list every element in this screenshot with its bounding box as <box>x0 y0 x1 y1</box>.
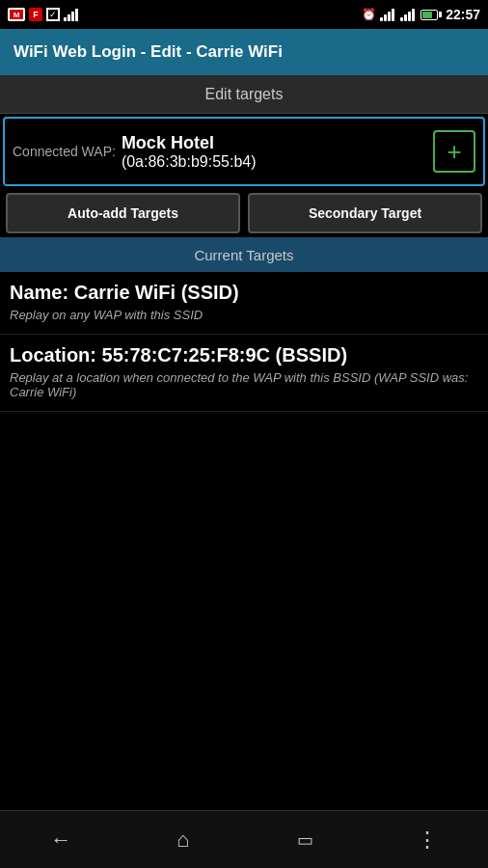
cell-signal-icon <box>400 8 415 21</box>
action-buttons: Auto-add Targets Secondary Target <box>0 189 488 237</box>
auto-add-button[interactable]: Auto-add Targets <box>6 193 240 233</box>
nav-bar: ← ⌂ ▭ ⋮ <box>0 810 488 868</box>
recents-button[interactable]: ▭ <box>276 821 334 859</box>
target-item-ssid: Name: Carrie WiFi (SSID) Replay on any W… <box>0 272 488 335</box>
wap-label: Connected WAP: <box>13 144 116 159</box>
home-icon: ⌂ <box>176 827 189 853</box>
wap-box: Connected WAP: Mock Hotel (0a:86:3b:b9:5… <box>3 117 485 186</box>
edit-targets-header: Edit targets <box>0 75 488 114</box>
home-button[interactable]: ⌂ <box>154 821 212 859</box>
wap-info: Connected WAP: Mock Hotel (0a:86:3b:b9:5… <box>13 133 425 171</box>
target-desc-ssid: Replay on any WAP with this SSID <box>10 308 478 322</box>
title-bar: WiFi Web Login - Edit - Carrie WiFi <box>0 29 488 75</box>
wap-name: Mock Hotel <box>122 133 257 153</box>
flash-icon: F <box>29 8 42 21</box>
bars-icon <box>64 8 78 21</box>
current-targets-header: Current Targets <box>0 237 488 272</box>
wap-mac: (0a:86:3b:b9:55:b4) <box>122 153 257 171</box>
more-icon: ⋮ <box>417 827 438 853</box>
wifi-signal-icon <box>380 8 394 21</box>
current-targets-label: Current Targets <box>194 247 293 263</box>
target-items-list: Name: Carrie WiFi (SSID) Replay on any W… <box>0 272 488 412</box>
battery-icon <box>420 10 442 20</box>
alarm-icon: ⏰ <box>362 8 376 21</box>
secondary-target-label: Secondary Target <box>309 205 421 221</box>
status-bar-right: ⏰ 22:57 <box>362 7 480 22</box>
more-button[interactable]: ⋮ <box>398 821 456 859</box>
add-target-button[interactable]: + <box>433 130 475 173</box>
target-title-ssid: Name: Carrie WiFi (SSID) <box>10 282 478 304</box>
back-icon: ← <box>50 827 71 853</box>
status-bar: M F ✓ ⏰ <box>0 0 488 29</box>
target-desc-bssid: Replay at a location when connected to t… <box>10 370 478 399</box>
secondary-target-button[interactable]: Secondary Target <box>248 193 482 233</box>
plus-icon: + <box>447 137 461 167</box>
target-title-bssid: Location: 55:78:C7:25:F8:9C (BSSID) <box>10 344 478 366</box>
edit-targets-label: Edit targets <box>205 86 284 103</box>
page-title: WiFi Web Login - Edit - Carrie WiFi <box>14 42 283 62</box>
wap-text-block: Mock Hotel (0a:86:3b:b9:55:b4) <box>122 133 257 171</box>
clock: 22:57 <box>446 7 480 22</box>
back-button[interactable]: ← <box>32 821 90 859</box>
check-icon: ✓ <box>46 8 60 21</box>
status-bar-left: M F ✓ <box>8 8 78 21</box>
target-item-bssid: Location: 55:78:C7:25:F8:9C (BSSID) Repl… <box>0 335 488 412</box>
mail-icon: M <box>8 8 25 21</box>
auto-add-label: Auto-add Targets <box>68 205 178 221</box>
recents-icon: ▭ <box>297 829 313 851</box>
